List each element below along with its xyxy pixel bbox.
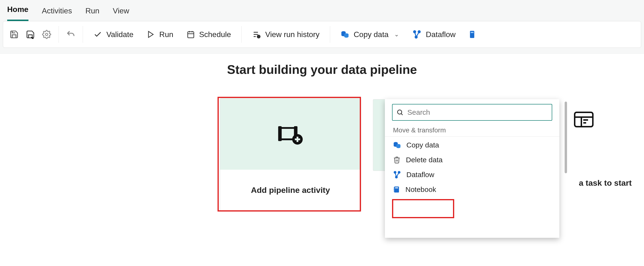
page-title: Start building your data pipeline bbox=[227, 62, 417, 77]
save-button[interactable] bbox=[8, 28, 21, 41]
card-task-label: a task to start bbox=[579, 178, 632, 188]
schedule-button[interactable]: Schedule bbox=[182, 28, 236, 41]
group-move-transform-header: Move & transform bbox=[385, 123, 560, 137]
svg-point-29 bbox=[398, 110, 402, 114]
item-dataflow-label: Dataflow bbox=[406, 171, 434, 179]
save-as-button[interactable] bbox=[24, 28, 37, 41]
undo-button[interactable] bbox=[64, 28, 78, 41]
tab-run[interactable]: Run bbox=[85, 6, 100, 21]
card-add-pipeline-activity[interactable]: Add pipeline activity bbox=[220, 98, 361, 210]
dataflow-button[interactable]: Dataflow bbox=[407, 28, 461, 41]
svg-line-30 bbox=[401, 114, 402, 115]
item-dataflow[interactable]: Dataflow bbox=[385, 167, 560, 182]
svg-rect-37 bbox=[395, 187, 398, 188]
copy-data-button[interactable]: Copy data ⌄ bbox=[336, 28, 404, 41]
ribbon-tabs: Home Activities Run View bbox=[0, 0, 644, 21]
tab-view[interactable]: View bbox=[113, 6, 129, 21]
svg-rect-24 bbox=[278, 126, 282, 141]
dataflow-icon bbox=[412, 30, 422, 39]
svg-point-0 bbox=[46, 33, 48, 36]
more-button[interactable] bbox=[464, 28, 475, 41]
svg-rect-2 bbox=[188, 32, 194, 38]
view-run-history-button[interactable]: View run history bbox=[247, 28, 325, 41]
activity-picker-popup: Move & transform Copy data Delete data D… bbox=[385, 99, 560, 238]
svg-marker-1 bbox=[148, 31, 153, 38]
database-icon bbox=[341, 30, 349, 39]
calendar-icon bbox=[187, 30, 195, 38]
run-button[interactable]: Run bbox=[142, 28, 178, 41]
add-activity-icon bbox=[277, 123, 304, 145]
search-input[interactable] bbox=[407, 108, 548, 117]
tab-home[interactable]: Home bbox=[7, 5, 28, 21]
dataflow-label: Dataflow bbox=[426, 30, 456, 39]
item-delete-data[interactable]: Delete data bbox=[385, 152, 560, 167]
validate-label: Validate bbox=[106, 30, 134, 39]
item-delete-data-label: Delete data bbox=[406, 156, 442, 164]
card-add-activity-label: Add pipeline activity bbox=[220, 170, 361, 210]
search-box[interactable] bbox=[392, 104, 552, 121]
svg-rect-40 bbox=[394, 191, 395, 192]
item-copy-data[interactable]: Copy data bbox=[385, 138, 560, 152]
settings-button[interactable] bbox=[40, 28, 53, 41]
item-notebook[interactable]: Notebook bbox=[385, 182, 560, 197]
toolbar: Validate Run Schedule View run history C… bbox=[3, 21, 641, 48]
item-copy-data-label: Copy data bbox=[406, 141, 439, 149]
check-icon bbox=[94, 30, 102, 39]
run-label: Run bbox=[159, 30, 173, 39]
card-task-to-start[interactable]: a task to start bbox=[566, 171, 644, 195]
copy-data-label: Copy data bbox=[354, 30, 388, 39]
database-icon bbox=[393, 141, 401, 149]
play-icon bbox=[147, 30, 155, 38]
schedule-label: Schedule bbox=[199, 30, 231, 39]
data-icon bbox=[469, 30, 475, 39]
history-icon bbox=[252, 30, 261, 39]
search-icon bbox=[396, 109, 404, 116]
svg-marker-10 bbox=[258, 36, 260, 37]
notebook-icon bbox=[393, 186, 400, 194]
tab-activities[interactable]: Activities bbox=[42, 6, 72, 21]
popup-scrollbar[interactable] bbox=[565, 102, 567, 173]
trash-icon bbox=[393, 156, 401, 164]
svg-rect-39 bbox=[394, 189, 395, 190]
validate-button[interactable]: Validate bbox=[88, 28, 139, 41]
svg-rect-17 bbox=[471, 32, 474, 33]
view-run-history-label: View run history bbox=[265, 30, 319, 39]
template-icon bbox=[574, 111, 594, 128]
canvas: Start building your data pipeline a task… bbox=[0, 54, 644, 266]
chevron-down-icon: ⌄ bbox=[394, 31, 399, 38]
item-notebook-label: Notebook bbox=[406, 186, 436, 194]
dataflow-icon bbox=[393, 171, 401, 179]
svg-rect-38 bbox=[394, 188, 395, 188]
